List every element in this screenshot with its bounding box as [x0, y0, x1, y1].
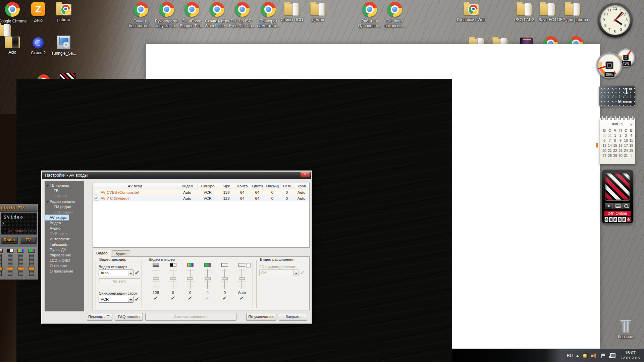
desktop-icon[interactable]: Acid [1, 35, 24, 55]
table-row[interactable]: AV CVBS (Composite) Auto VCR 136 64 64 0… [93, 189, 309, 195]
calendar-cell[interactable]: 4 [629, 133, 634, 138]
calendar-cell[interactable]: В [602, 128, 607, 133]
mixer-slider-handle[interactable] [187, 277, 193, 280]
calendar-cell[interactable]: П [618, 128, 623, 133]
tab-audio[interactable]: Аудио [112, 250, 130, 257]
mixer-slider-track[interactable] [204, 269, 211, 289]
behold-tv-tray-icon[interactable] [583, 353, 588, 358]
taskbar-clock[interactable]: 16:07 12.01.2015 [619, 351, 641, 361]
desktop-icon[interactable]: Google Chrome [1, 2, 24, 23]
tree-item[interactable]: AV входы [45, 215, 69, 220]
calendar-cell[interactable]: 14 [607, 143, 612, 148]
dialog-button[interactable]: Закрыть [279, 313, 307, 321]
radio-button[interactable]: Radio [1, 237, 18, 244]
apply-check-icon[interactable]: ✔ [205, 295, 210, 301]
desktop-icon[interactable]: Сейвы ПСО [280, 2, 304, 22]
tree-item[interactable]: Пульт ДУ [45, 247, 84, 252]
mixer-slider-handle[interactable] [239, 277, 245, 280]
dialog-button[interactable]: Автосканирование [145, 313, 237, 321]
calendar-cell[interactable]: Ч [612, 128, 618, 133]
tree-item[interactable]: Аудио [45, 226, 84, 231]
tree-item[interactable]: DVB поток [45, 231, 84, 236]
tree-item[interactable]: LCD и OSD [45, 258, 84, 263]
desktop-icon[interactable]: DataForce Support Pla... [180, 2, 204, 28]
calendar-cell[interactable]: 24 [623, 148, 629, 154]
tree-item[interactable]: FM радио [45, 204, 84, 209]
mixer-slider-handle[interactable] [205, 277, 211, 280]
calendar-cell[interactable]: 20 [602, 148, 607, 154]
dialog-button[interactable]: По умолчанию [246, 313, 276, 321]
tree-item[interactable]: ТВ каналы [45, 183, 84, 188]
calendar-cell[interactable]: 22 [612, 148, 618, 154]
calendar-cell[interactable]: 10 [623, 138, 629, 143]
calendar-cell[interactable]: 30 [602, 133, 607, 138]
table-row[interactable]: AV Y-C (SVideo) Auto VCR 128 64 64 0 0 A… [93, 195, 309, 201]
favorites-star-icon[interactable]: ★ [605, 203, 613, 209]
calendar-cell[interactable]: 13 [602, 143, 607, 148]
calendar-cell[interactable]: 9 [618, 138, 623, 143]
calendar-cell[interactable]: 2 [618, 133, 623, 138]
calendar-cell[interactable]: 17 [623, 143, 629, 148]
mixer-slider-track[interactable] [152, 269, 160, 289]
desktop-icon[interactable]: Zello [26, 2, 50, 23]
apply-check-icon[interactable]: ✔ [223, 295, 227, 301]
desktop-icon[interactable]: Save FC4 [536, 2, 559, 22]
desktop-icon[interactable]: работа [52, 2, 75, 22]
calendar-cell[interactable]: 11 [629, 138, 634, 143]
dialog-button[interactable]: Помощь - F1 [87, 313, 112, 321]
row-checkbox[interactable] [95, 197, 98, 200]
tree-item[interactable]: Радио каналы [45, 199, 84, 204]
skin-slider[interactable] [0, 247, 4, 280]
clock-gadget[interactable]: 121234567891011 [598, 3, 633, 38]
tree-item[interactable]: Интерфейс [45, 236, 84, 242]
tab-video[interactable]: Видео [93, 250, 111, 257]
mixer-slider-track[interactable] [238, 269, 246, 289]
calendar-cell[interactable]: 27 [602, 154, 607, 159]
calendar-cell[interactable]: 1 [629, 154, 634, 159]
calendar-cell[interactable]: 31 [623, 154, 629, 159]
tree-item[interactable]: О тюнере [45, 263, 84, 268]
calendar-cell[interactable]: 29 [612, 154, 618, 159]
tree-item[interactable]: Управление [45, 252, 84, 258]
desktop-icon[interactable]: Dreamcast Web [460, 2, 483, 22]
desktop-icon[interactable]: Работа в Одинцово ... [358, 2, 381, 28]
language-indicator[interactable]: RU [567, 353, 573, 358]
tv-button[interactable]: TV [20, 237, 37, 244]
calendar-cell[interactable]: С [623, 128, 629, 133]
desktop-icon[interactable] [56, 73, 79, 79]
image-icon[interactable] [613, 203, 622, 209]
desktop-icon[interactable]: Демон [306, 2, 330, 22]
calendar-cell[interactable]: 8 [612, 138, 618, 143]
mixer-slider-track[interactable] [221, 269, 228, 289]
search-icon[interactable] [622, 203, 630, 209]
tree-item[interactable]: ТВ [45, 188, 84, 193]
calendar-cell[interactable]: 16 [618, 143, 623, 148]
desktop-icon[interactable] [0, 23, 15, 36]
dialog-button[interactable]: FAQ онлайн [115, 313, 143, 321]
calendar-cell[interactable]: 31 [607, 133, 612, 138]
mixer-slider-handle[interactable] [153, 277, 159, 280]
mixer-slider-track[interactable] [186, 269, 194, 289]
desktop-icon[interactable]: Стиль 2 [26, 35, 50, 55]
calendar-cell[interactable]: 28 [607, 154, 612, 159]
desktop-icon[interactable]: DFP для работы [561, 2, 584, 22]
apply-check-icon[interactable]: ✔ [154, 295, 158, 301]
mixer-slider-track[interactable] [169, 269, 177, 289]
tree-item[interactable]: Таймшифт [45, 242, 84, 247]
desktop-icon[interactable]: Приворот самостоят... [257, 2, 280, 28]
action-center-flag-icon[interactable] [601, 353, 605, 358]
calendar-cell[interactable]: 21 [607, 148, 612, 154]
mixer-slider-handle[interactable] [222, 277, 228, 280]
line-sync-select[interactable]: VCR [99, 296, 133, 303]
calendar-cell[interactable]: 18 [629, 143, 634, 148]
desktop-icon[interactable]: Скачать бесплатно ... [129, 2, 153, 28]
chevron-down-icon[interactable] [128, 297, 133, 302]
recycle-bin[interactable]: Корзина [616, 319, 635, 339]
skin-slider[interactable] [6, 247, 14, 280]
desktop-icon[interactable]: Tunngle_Se... [52, 35, 75, 56]
calendar-cell[interactable]: В [629, 128, 634, 133]
row-checkbox[interactable] [95, 191, 98, 194]
video-standard-select[interactable]: Auto [99, 269, 133, 276]
tree-item[interactable]: DVB радио [45, 209, 84, 215]
tree-item[interactable]: Видео [45, 220, 84, 226]
